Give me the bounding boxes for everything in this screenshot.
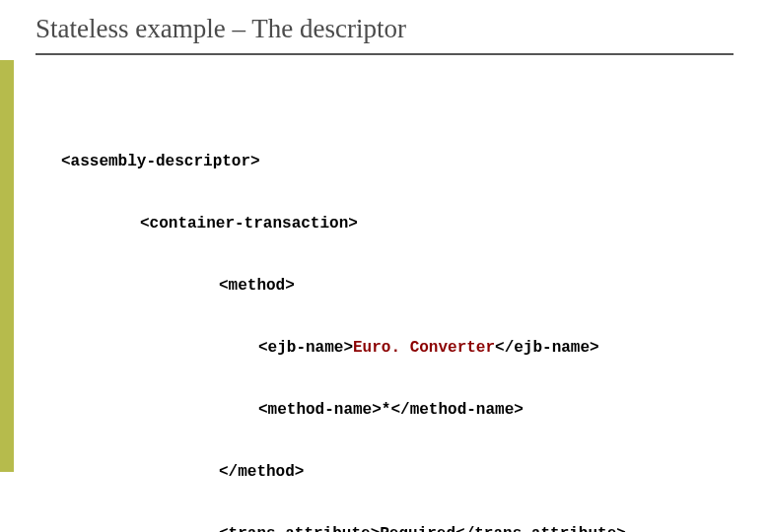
- code-line: <method-name>*</method-name>: [61, 400, 626, 421]
- code-line: <ejb-name>Euro. Converter</ejb-name>: [61, 338, 626, 359]
- title-underline: [35, 53, 734, 55]
- code-line: <trans-attribute>Required</trans-attribu…: [61, 524, 626, 532]
- code-line: <container-transaction>: [61, 214, 626, 234]
- code-block: <assembly-descriptor> <container-transac…: [61, 110, 626, 532]
- code-text: <ejb-name>: [258, 339, 353, 357]
- code-line: </method>: [61, 462, 626, 483]
- code-line: <method>: [61, 276, 626, 297]
- code-text: </ejb-name>: [495, 339, 599, 357]
- accent-bar: [0, 60, 14, 472]
- slide: Stateless example – The descriptor <asse…: [0, 0, 769, 532]
- code-line: <assembly-descriptor>: [61, 152, 626, 172]
- ejb-name-value: Euro. Converter: [353, 339, 495, 357]
- slide-title: Stateless example – The descriptor: [35, 14, 406, 44]
